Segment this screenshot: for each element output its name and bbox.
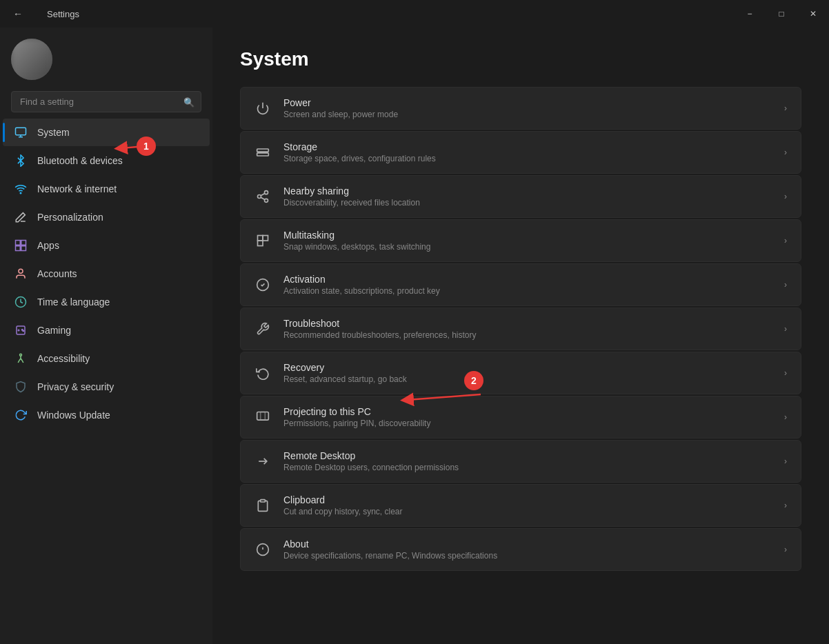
update-icon [14,408,28,422]
sidebar-item-accessibility[interactable]: Accessibility [3,345,210,372]
sidebar-item-network[interactable]: Network & internet [3,175,210,203]
search-box: 🔍 [11,91,201,112]
sidebar-item-label: Windows Update [37,410,110,421]
sidebar-item-label: Accounts [37,268,77,279]
settings-item-desc-projecting: Permissions, pairing PIN, discoverabilit… [283,419,772,428]
settings-item-text-clipboard: Clipboard Cut and copy history, sync, cl… [283,494,772,516]
settings-item-text-storage: Storage Storage space, drives, configura… [283,141,772,163]
chevron-right-icon-recovery: › [784,368,787,378]
svg-line-23 [261,197,265,199]
network-icon [14,182,28,196]
chevron-right-icon-remote-desktop: › [784,456,787,466]
settings-item-nearby-sharing[interactable]: Nearby sharing Discoverability, received… [240,175,801,218]
sidebar-item-bluetooth[interactable]: Bluetooth & devices [3,147,210,174]
chevron-right-icon-storage: › [784,148,787,157]
app-container: 🔍 System Bluetooth & devices Network & i… [0,28,829,644]
settings-item-text-nearby-sharing: Nearby sharing Discoverability, received… [283,185,772,208]
power-icon [254,100,271,117]
settings-item-clipboard[interactable]: Clipboard Cut and copy history, sync, cl… [240,484,801,527]
sidebar-item-accounts[interactable]: Accounts [3,260,210,288]
svg-point-22 [265,199,268,202]
accessibility-icon [14,352,28,365]
svg-point-8 [19,269,23,273]
settings-item-title-activation: Activation [283,274,772,285]
close-button[interactable]: ✕ [797,0,829,28]
settings-item-multitasking[interactable]: Multitasking Snap windows, desktops, tas… [240,219,801,262]
troubleshoot-icon [254,321,271,337]
svg-rect-6 [16,246,21,251]
sidebar-item-update[interactable]: Windows Update [3,401,210,429]
settings-item-troubleshoot[interactable]: Troubleshoot Recommended troubleshooters… [240,308,801,350]
settings-item-text-multitasking: Multitasking Snap windows, desktops, tas… [283,230,772,252]
svg-rect-27 [258,241,263,246]
settings-item-power[interactable]: Power Screen and sleep, power mode › [240,87,801,130]
app-title: Settings [47,9,79,19]
chevron-right-icon-about: › [784,545,787,554]
recovery-icon [254,365,271,381]
svg-point-14 [20,354,22,356]
sidebar-item-system[interactable]: System [3,119,210,146]
remote-desktop-icon [254,453,271,470]
settings-item-desc-remote-desktop: Remote Desktop users, connection permiss… [283,463,772,472]
svg-line-16 [22,361,23,363]
settings-item-text-about: About Device specifications, rename PC, … [283,539,772,561]
svg-rect-7 [21,246,26,251]
settings-item-desc-activation: Activation state, subscriptions, product… [283,286,772,296]
settings-item-title-nearby-sharing: Nearby sharing [283,185,772,197]
settings-item-text-power: Power Screen and sleep, power mode [283,97,772,119]
sidebar-item-label: Gaming [37,325,71,336]
svg-point-21 [258,195,261,199]
titlebar: ← Settings − □ ✕ [0,0,829,28]
chevron-right-icon-nearby-sharing: › [784,192,787,201]
settings-item-remote-desktop[interactable]: Remote Desktop Remote Desktop users, con… [240,440,801,483]
settings-item-text-recovery: Recovery Reset, advanced startup, go bac… [283,362,772,384]
nav-list: System Bluetooth & devices Network & int… [0,118,212,430]
settings-item-desc-troubleshoot: Recommended troubleshooters, preferences… [283,330,772,340]
chevron-right-icon-activation: › [784,280,787,290]
sidebar-item-privacy[interactable]: Privacy & security [3,373,210,401]
search-input[interactable] [11,91,201,112]
sidebar-item-label: Bluetooth & devices [37,155,123,166]
sidebar-item-gaming[interactable]: Gaming [3,316,210,344]
settings-item-activation[interactable]: Activation Activation state, subscriptio… [240,263,801,306]
back-button[interactable]: ← [8,4,28,23]
svg-rect-25 [258,236,263,241]
sidebar-item-label: Time & language [37,296,110,308]
chevron-right-icon-multitasking: › [784,236,787,245]
avatar [11,39,52,80]
settings-item-recovery[interactable]: Recovery Reset, advanced startup, go bac… [240,352,801,394]
sidebar-item-label: Network & internet [37,183,117,194]
settings-item-title-multitasking: Multitasking [283,230,772,241]
settings-item-text-remote-desktop: Remote Desktop Remote Desktop users, con… [283,450,772,472]
settings-item-projecting[interactable]: Projecting to this PC Permissions, pairi… [240,396,801,439]
maximize-button[interactable]: □ [766,0,797,28]
chevron-right-icon-clipboard: › [784,501,787,510]
sidebar-item-apps[interactable]: Apps [3,232,210,259]
settings-item-desc-about: Device specifications, rename PC, Window… [283,551,772,561]
settings-item-title-projecting: Projecting to this PC [283,406,772,417]
sidebar-item-time[interactable]: Time & language [3,288,210,316]
time-icon [14,295,28,309]
bluetooth-icon [14,154,28,168]
sidebar-item-label: Personalization [37,212,103,223]
settings-item-text-activation: Activation Activation state, subscriptio… [283,274,772,296]
svg-line-24 [261,193,265,195]
avatar-image [11,39,52,80]
sidebar-item-label: Apps [37,240,59,251]
svg-rect-31 [261,500,266,502]
search-icon: 🔍 [183,97,194,107]
svg-rect-29 [257,412,269,421]
system-icon [14,125,28,139]
projecting-icon [254,409,271,425]
settings-item-text-projecting: Projecting to this PC Permissions, pairi… [283,406,772,428]
gaming-icon [14,323,28,337]
minimize-button[interactable]: − [734,0,766,28]
settings-list: Power Screen and sleep, power mode › Sto… [240,87,801,571]
window-controls: − □ ✕ [734,0,829,28]
settings-item-about[interactable]: About Device specifications, rename PC, … [240,528,801,571]
svg-rect-5 [21,241,26,245]
settings-item-storage[interactable]: Storage Storage space, drives, configura… [240,131,801,174]
sidebar-item-personalization[interactable]: Personalization [3,203,210,231]
svg-line-15 [18,361,19,363]
settings-item-desc-clipboard: Cut and copy history, sync, clear [283,507,772,516]
